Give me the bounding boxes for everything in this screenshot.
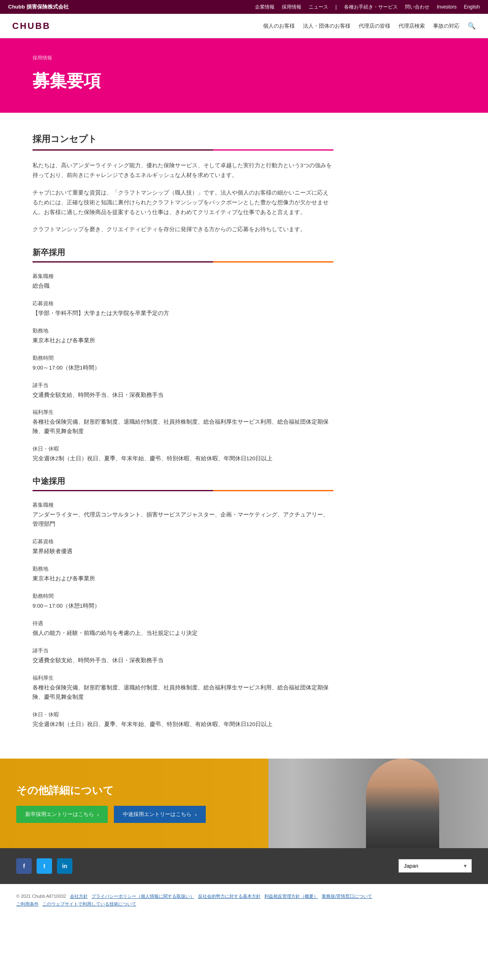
value-1: 総合職 [33,282,333,291]
label-2: 応募資格 [33,300,333,307]
label-4: 勤務時間 [33,354,333,362]
nav-individual[interactable]: 個人のお客様 [263,22,295,30]
chuto-value-1: アンダーライター、代理店コンサルタント、損害サービスアジャスター、企画・マーケテ… [33,510,333,529]
chuto-block-1: 募集職種 アンダーライター、代理店コンサルタント、損害サービスアジャスター、企画… [33,501,333,529]
value-3: 東京本社および各事業所 [33,336,333,346]
paragraph3: クラフトマンシップを磨き、クリエイティビティを存分に発揮できる方からのご応募をお… [33,225,333,234]
banner-title: その他詳細について [16,783,252,798]
footer-link-conflict[interactable]: 利益相反管理方針（概要） [264,894,318,899]
value-5: 交通費全額支給、時間外手当、休日・深夜勤務手当 [33,391,333,400]
chuto-label-5: 待遇 [33,620,333,627]
company-name: Chubb 損害保険株式会社 [8,3,69,11]
chuto-label-4: 勤務時間 [33,593,333,600]
top-nav-service[interactable]: 各種お手続き・サービス [344,4,398,11]
footer: f t in Japan United States United Kingdo… [0,848,488,884]
top-nav-recruit[interactable]: 採用情報 [282,4,301,11]
banner-section: その他詳細について 新卒採用エントリーはこちら › 中途採用エントリーはこちら … [0,759,488,848]
chuto-label-3: 勤務地 [33,565,333,573]
label-3: 勤務地 [33,327,333,335]
nav-corporate[interactable]: 法人・団体のお客様 [303,22,351,30]
value-7: 完全週休2制（土日）祝日、夏季、年末年始、慶弔、特別休暇、有給休暇、年間休日12… [33,454,333,464]
chuto-block-2: 応募資格 業界経験者優遇 [33,538,333,556]
section2-divider [33,261,333,262]
section3-title: 中途採用 [33,476,333,487]
chuto-value-4: 9:00～17:00（休憩1時間） [33,602,333,611]
banner-overlay: その他詳細について 新卒採用エントリーはこちら › 中途採用エントリーはこちら … [0,759,268,848]
divider: | [336,4,337,10]
shinsostu-block-3: 勤務地 東京本社および各事業所 [33,327,333,346]
chuto-label-6: 諸手当 [33,647,333,654]
shinsostu-block-5: 諸手当 交通費全額支給、時間外手当、休日・深夜勤務手当 [33,382,333,400]
chuto-value-5: 個人の能力・経験・前職の給与を考慮の上、当社規定により決定 [33,629,333,638]
chuto-value-7: 各種社会保険完備、財形貯蓄制度、退職給付制度、社員持株制度、総合福利厚生サービス… [33,683,333,702]
copyright: © 2021 Chubb All710032 [16,894,66,899]
chuto-value-3: 東京本社および各事業所 [33,574,333,584]
top-nav-english[interactable]: English [464,4,480,10]
social-icons: f t in [16,858,72,874]
nav-links: 個人のお客様 法人・団体のお客様 代理店の皆様 代理店検索 事故の対応 🔍 [263,22,476,30]
top-bar-right: 企業情報 採用情報 ニュース | 各種お手続き・サービス 問い合わせ Inves… [255,4,480,11]
top-nav-investors[interactable]: Investors [437,4,457,10]
country-select-wrapper: Japan United States United Kingdom ▼ [399,859,472,873]
new-grad-entry-button[interactable]: 新卒採用エントリーはこちら › [16,806,108,823]
label-1: 募集職種 [33,273,333,280]
shinsostu-block-4: 勤務時間 9:00～17:00（休憩1時間） [33,354,333,373]
chuto-value-6: 交通費全額支給、時間外手当、休日・深夜勤務手当 [33,656,333,665]
section3-divider [33,490,333,491]
chuto-label-2: 応募資格 [33,538,333,545]
top-nav-contact[interactable]: 問い合わせ [405,4,429,11]
chuto-label-7: 福利厚生 [33,674,333,682]
chuto-value-8: 完全週休2制（土日）祝日、夏季、年末年始、慶弔、特別休暇、有給休暇、年間休日12… [33,720,333,729]
section1-title: 採用コンセプト [33,133,333,145]
label-7: 休日・休暇 [33,445,333,453]
chevron-right-icon-2: › [195,812,196,818]
chuto-block-6: 諸手当 交通費全額支給、時間外手当、休日・深夜勤務手当 [33,647,333,665]
facebook-icon[interactable]: f [16,858,32,874]
chevron-right-icon: › [97,812,99,818]
footer-link-terms[interactable]: ご利用条件 [16,901,39,906]
chuto-block-4: 勤務時間 9:00～17:00（休憩1時間） [33,593,333,611]
footer-link-policy[interactable]: 会社方針 [70,894,88,899]
chuto-block-5: 待遇 個人の能力・経験・前職の給与を考慮の上、当社規定により決定 [33,620,333,638]
banner-person-silhouette [366,759,439,848]
country-select[interactable]: Japan United States United Kingdom [399,859,472,873]
footer-link-privacy[interactable]: プライバシーポリシー（個人情報に関する取扱い） [92,894,194,899]
bottom-footer: © 2021 Chubb All710032 会社方針 プライバシーポリシー（個… [0,884,488,917]
breadcrumb: 採用情報 [33,55,455,61]
shinsostu-block-2: 応募資格 【学部・学科不問】大学または大学院を卒業予定の方 [33,300,333,318]
hero-section: 採用情報 募集要項 [0,38,488,113]
main-nav: CHUBB 個人のお客様 法人・団体のお客様 代理店の皆様 代理店検索 事故の対… [0,14,488,38]
value-6: 各種社会保険完備、財形貯蓄制度、退職給付制度、社員持株制度、総合福利厚生サービス… [33,418,333,436]
value-2: 【学部・学科不問】大学または大学院を卒業予定の方 [33,309,333,318]
top-nav-news[interactable]: ニュース [309,4,328,11]
value-4: 9:00～17:00（休憩1時間） [33,363,333,373]
shinsostu-block-6: 福利厚生 各種社会保険完備、財形貯蓄制度、退職給付制度、社員持株制度、総合福利厚… [33,409,333,436]
shinsostu-block-7: 休日・休暇 完全週休2制（土日）祝日、夏季、年末年始、慶弔、特別休暇、有給休暇、… [33,445,333,464]
label-6: 福利厚生 [33,409,333,416]
page-title: 募集要項 [33,70,455,92]
chuto-block-8: 休日・休暇 完全週休2制（土日）祝日、夏季、年末年始、慶弔、特別休暇、有給休暇、… [33,711,333,729]
logo[interactable]: CHUBB [12,21,50,31]
search-icon[interactable]: 🔍 [468,22,476,30]
top-bar: Chubb 損害保険株式会社 企業情報 採用情報 ニュース | 各種お手続き・サ… [0,0,488,14]
section1-divider [33,149,333,151]
footer-link-tech[interactable]: このウェブサイトで利用している技術について [42,901,136,906]
shinsostu-block-1: 募集職種 総合職 [33,273,333,291]
linkedin-icon[interactable]: in [57,858,72,874]
nav-agency[interactable]: 代理店の皆様 [359,22,390,30]
chuto-block-3: 勤務地 東京本社および各事業所 [33,565,333,584]
label-5: 諸手当 [33,382,333,389]
twitter-icon[interactable]: t [37,858,52,874]
chuto-block-7: 福利厚生 各種社会保険完備、財形貯蓄制度、退職給付制度、社員持株制度、総合福利厚… [33,674,333,702]
banner-buttons: 新卒採用エントリーはこちら › 中途採用エントリーはこちら › [16,806,252,823]
chuto-label-8: 休日・休暇 [33,711,333,718]
main-content: 採用コンセプト 私たちは、高いアンダーライティング能力、優れた保険サービス、そし… [0,113,366,759]
chuto-value-2: 業界経験者優遇 [33,547,333,556]
nav-agency-search[interactable]: 代理店検索 [399,22,425,30]
nav-accident[interactable]: 事故の対応 [433,22,460,30]
footer-text: © 2021 Chubb All710032 会社方針 プライバシーポリシー（個… [16,892,472,909]
career-entry-button[interactable]: 中途採用エントリーはこちら › [114,806,205,823]
footer-link-complaint[interactable]: 業務規/苦情窓口について [322,894,372,899]
footer-link-antisocial[interactable]: 反社会的勢力に対する基本方針 [198,894,261,899]
top-nav-company[interactable]: 企業情報 [255,4,274,11]
